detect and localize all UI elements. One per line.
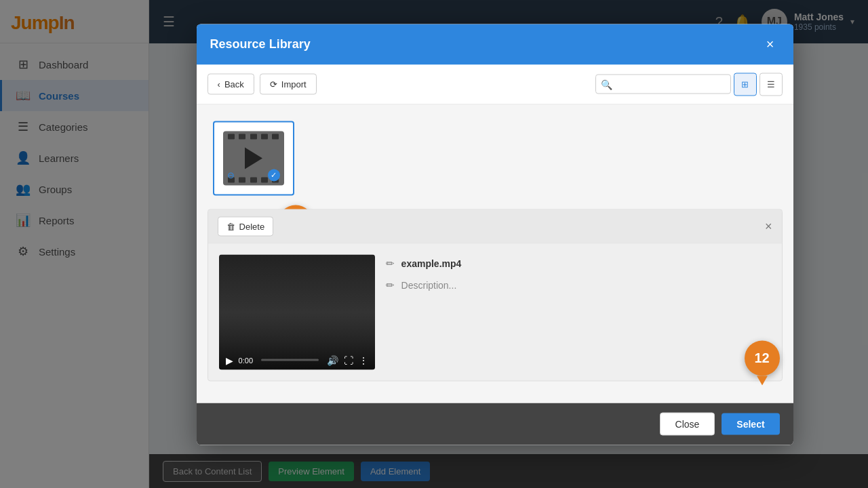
search-icon: 🔍 <box>601 79 612 89</box>
resource-library-modal: Resource Library × ‹ Back ⟳ Import 🔍 ⊞ ☰ <box>197 24 793 445</box>
detail-info: ✏ example.mp4 ✏ Description... <box>386 254 771 369</box>
modal-footer: Close Select <box>197 403 793 445</box>
zoom-icon: ⊖ <box>227 169 235 180</box>
more-options-button[interactable]: ⋮ <box>359 354 368 365</box>
step-12-bubble: 12 <box>745 340 780 375</box>
film-icon: ⊖ ✓ <box>223 131 284 185</box>
delete-button[interactable]: 🗑 Delete <box>218 216 274 236</box>
video-thumbnail-item[interactable]: ⊖ ✓ <box>213 121 294 195</box>
import-icon: ⟳ <box>270 79 277 89</box>
grid-icon: ⊞ <box>741 79 749 89</box>
modal-content-area: 11 <box>197 104 793 403</box>
search-wrap: 🔍 <box>595 75 731 94</box>
toolbar-right: 🔍 ⊞ ☰ <box>595 73 783 96</box>
delete-label: Delete <box>239 221 265 231</box>
edit-icon-2: ✏ <box>386 279 395 291</box>
trash-icon: 🗑 <box>226 221 235 231</box>
file-name: example.mp4 <box>401 258 462 268</box>
video-controls: ▶ 0:00 🔊 ⛶ ⋮ <box>219 350 375 369</box>
back-arrow-icon: ‹ <box>218 79 220 89</box>
play-pause-button[interactable]: ▶ <box>226 354 233 365</box>
description-row: ✏ Description... <box>386 279 771 291</box>
import-label: Import <box>281 79 307 89</box>
file-name-row: ✏ example.mp4 <box>386 257 771 269</box>
fullscreen-button[interactable]: ⛶ <box>344 354 353 365</box>
step-12-wrap: 12 <box>745 340 780 375</box>
import-button[interactable]: ⟳ Import <box>260 74 317 95</box>
check-badge: ✓ <box>268 169 280 181</box>
grid-area: ⊖ ✓ <box>208 115 783 201</box>
modal-header: Resource Library × <box>197 24 793 64</box>
edit-icon: ✏ <box>386 257 395 269</box>
select-button[interactable]: Select <box>722 413 779 434</box>
description-text: Description... <box>401 279 457 290</box>
grid-view-button[interactable]: ⊞ <box>734 73 757 96</box>
detail-panel: 🗑 Delete × ▶ 0:00 🔊 ⛶ ⋮ <box>208 209 783 381</box>
play-icon <box>245 147 262 169</box>
progress-bar[interactable] <box>261 359 319 361</box>
back-label: Back <box>224 79 244 89</box>
mute-button[interactable]: 🔊 <box>327 354 338 365</box>
modal-close-button[interactable]: × <box>761 35 780 54</box>
detail-body: ▶ 0:00 🔊 ⛶ ⋮ ✏ example.mp4 ✏ <box>208 243 782 380</box>
list-view-button[interactable]: ☰ <box>760 73 783 96</box>
video-time: 0:00 <box>239 356 253 364</box>
back-button[interactable]: ‹ Back <box>208 74 254 95</box>
modal-toolbar: ‹ Back ⟳ Import 🔍 ⊞ ☰ <box>197 64 793 104</box>
close-modal-button[interactable]: Close <box>660 412 715 435</box>
toolbar-left: ‹ Back ⟳ Import <box>208 74 317 95</box>
video-preview: ▶ 0:00 🔊 ⛶ ⋮ <box>219 254 375 369</box>
detail-close-button[interactable]: × <box>765 219 772 233</box>
modal-title: Resource Library <box>210 37 311 52</box>
detail-header: 🗑 Delete × <box>208 209 782 243</box>
list-icon: ☰ <box>767 79 775 89</box>
search-input[interactable] <box>595 75 731 94</box>
